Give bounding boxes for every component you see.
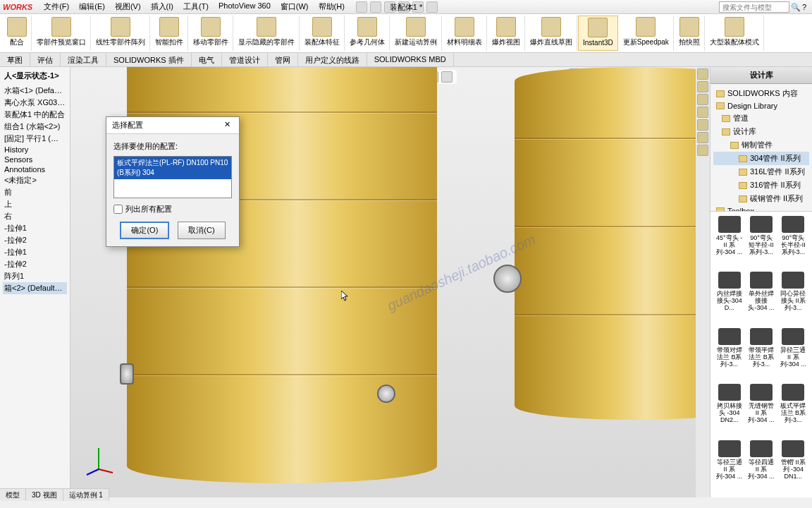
flange-3[interactable] bbox=[493, 265, 522, 293]
part-item[interactable]: 带颈对焊法兰 B系列-3... bbox=[715, 328, 744, 381]
tree-item[interactable]: 右 bbox=[3, 210, 67, 222]
tab-mbd[interactable]: SOLIDWORKS MBD bbox=[367, 53, 454, 66]
ribbon-assembly-feature[interactable]: 装配体特征 bbox=[300, 16, 345, 51]
ribbon-explode-line[interactable]: 爆炸直线草图 bbox=[526, 16, 577, 51]
flange-1[interactable] bbox=[377, 385, 395, 403]
tab-user-routes[interactable]: 用户定义的线路 bbox=[298, 53, 367, 66]
tree-item[interactable]: 前 bbox=[3, 186, 67, 198]
tab-pipe-network[interactable]: 管网 bbox=[268, 53, 298, 66]
part-item[interactable]: 管帽 II系列 -304 DN1... bbox=[779, 440, 808, 493]
tree-item[interactable]: Annotations bbox=[3, 164, 67, 174]
tree-item[interactable]: History bbox=[3, 145, 67, 155]
tab-electrical[interactable]: 电气 bbox=[192, 53, 222, 66]
dialog-titlebar[interactable]: 选择配置 ✕ bbox=[106, 117, 239, 134]
part-item[interactable]: 45°弯头 -II 系列-304 ... bbox=[715, 216, 744, 269]
home-icon[interactable] bbox=[697, 68, 708, 80]
file-explorer-icon[interactable] bbox=[697, 94, 708, 105]
ribbon-motion[interactable]: 新建运动算例 bbox=[390, 16, 442, 51]
menu-file[interactable]: 文件(F) bbox=[39, 0, 73, 13]
menu-help[interactable]: 帮助(H) bbox=[314, 0, 349, 13]
ribbon-pattern[interactable]: 线性零部件阵列 bbox=[92, 16, 150, 51]
tree-item[interactable]: 离心水泵 XG035B01Z (兴龙65 bbox=[3, 97, 67, 109]
qat-open-icon[interactable] bbox=[370, 1, 381, 13]
part-item[interactable]: 拷贝林接头 -304 DN2... bbox=[715, 384, 744, 437]
part-item[interactable]: 板式平焊法兰 B系列-3... bbox=[779, 384, 808, 437]
tab-render[interactable]: 渲染工具 bbox=[61, 53, 106, 66]
tab-addins[interactable]: SOLIDWORKS 插件 bbox=[106, 53, 192, 66]
ribbon-reference[interactable]: 参考几何体 bbox=[345, 16, 390, 51]
menu-insert[interactable]: 插入(I) bbox=[147, 0, 178, 13]
config-listbox[interactable]: 板式平焊法兰(PL-RF) DN100 PN10 (B系列) 304 bbox=[113, 156, 232, 198]
part-item[interactable]: 带颈平焊法兰 B系列-3... bbox=[746, 328, 775, 381]
ribbon-show-hidden[interactable]: 显示隐藏的零部件 bbox=[234, 16, 300, 51]
ribbon-snapshot[interactable]: 拍快照 bbox=[675, 16, 705, 51]
tree-item[interactable]: Sensors bbox=[3, 155, 67, 164]
ribbon-speedpak[interactable]: 更新Speedpak bbox=[619, 16, 674, 51]
lib-tree-item[interactable]: Toolbox bbox=[713, 205, 809, 211]
lib-tree-item[interactable]: 钢制管件 bbox=[713, 138, 809, 152]
btab-motion[interactable]: 运动算例 1 bbox=[63, 489, 109, 501]
lib-tree-item[interactable]: 设计库 bbox=[713, 125, 809, 138]
part-item[interactable]: 异径三通 II 系列-304 ... bbox=[779, 328, 808, 381]
tree-item[interactable]: 水箱<1> (Default<<Default bbox=[3, 85, 67, 97]
lib-tree-item[interactable]: Design Library bbox=[713, 100, 809, 111]
ribbon-mate[interactable]: 配合 bbox=[3, 16, 32, 51]
tree-item[interactable]: 装配体1 中的配合 bbox=[3, 109, 67, 121]
lib-tree-item[interactable]: 316L管件 II系列 bbox=[713, 165, 809, 179]
part-item[interactable]: 等径四通 II 系列-304 ... bbox=[746, 440, 775, 493]
qat-new-icon[interactable] bbox=[356, 1, 367, 13]
tree-item[interactable]: <未指定> bbox=[3, 174, 67, 186]
btab-model[interactable]: 模型 bbox=[0, 489, 26, 501]
part-item[interactable]: 内丝焊接接头-304 D... bbox=[715, 272, 744, 325]
lib-tree-item[interactable]: 碳钢管件 II系列 bbox=[713, 192, 809, 205]
help-icon[interactable]: ? bbox=[802, 3, 806, 11]
tree-header[interactable]: 人<显示状态-1> bbox=[3, 70, 67, 82]
part-item[interactable]: 无缝钢管 II 系列-304 ... bbox=[746, 384, 775, 437]
qat-options-icon[interactable] bbox=[426, 1, 438, 13]
lib-tree-item-selected[interactable]: 304管件 II系列 bbox=[713, 152, 809, 165]
view-settings-icon[interactable] bbox=[441, 71, 453, 83]
tab-evaluate[interactable]: 评估 bbox=[30, 53, 61, 66]
menu-tools[interactable]: 工具(T) bbox=[179, 0, 213, 13]
close-icon[interactable]: ✕ bbox=[221, 120, 233, 131]
tree-item[interactable]: 阵列1 bbox=[3, 270, 67, 282]
menu-view[interactable]: 视图(V) bbox=[111, 0, 145, 13]
part-item[interactable]: 90°弯头 短半径-II系列-3... bbox=[746, 216, 775, 269]
config-item-selected[interactable]: 板式平焊法兰(PL-RF) DN100 PN10 (B系列) 304 bbox=[114, 157, 231, 179]
menu-edit[interactable]: 编辑(E) bbox=[75, 0, 109, 13]
ribbon-large-assembly[interactable]: 大型装配体模式 bbox=[706, 16, 764, 51]
tree-item[interactable]: 上 bbox=[3, 198, 67, 210]
menu-photoview[interactable]: PhotoView 360 bbox=[214, 0, 275, 13]
list-all-checkbox[interactable] bbox=[113, 205, 123, 214]
tank-model-2[interactable] bbox=[515, 67, 710, 420]
btab-3dview[interactable]: 3D 视图 bbox=[26, 489, 63, 501]
ribbon-fastener[interactable]: 智能扣件 bbox=[151, 16, 188, 51]
lib-tree-item[interactable]: 管道 bbox=[713, 111, 809, 125]
flange-2[interactable] bbox=[120, 363, 134, 385]
tree-item[interactable]: [固定] 平行1 (右视基准面) bbox=[3, 133, 67, 145]
tree-item[interactable]: -拉伸2 bbox=[3, 258, 67, 270]
cancel-button[interactable]: 取消(C) bbox=[178, 222, 225, 239]
tree-item-selected[interactable]: 箱<2> (Default<<Default>_ bbox=[3, 282, 67, 294]
lib-tree-item[interactable]: SOLIDWORKS 内容 bbox=[713, 87, 809, 100]
part-item[interactable]: 同心异径接头 II系列-3... bbox=[779, 272, 808, 325]
custom-props-icon[interactable] bbox=[697, 132, 708, 143]
menu-window[interactable]: 窗口(W) bbox=[276, 0, 313, 13]
triad-icon[interactable] bbox=[81, 441, 116, 476]
ribbon-preview[interactable]: 零部件预览窗口 bbox=[32, 16, 91, 51]
ok-button[interactable]: 确定(O) bbox=[120, 222, 169, 239]
tab-sketch[interactable]: 草图 bbox=[0, 53, 30, 66]
search-input[interactable] bbox=[719, 1, 789, 13]
ribbon-explode[interactable]: 爆炸视图 bbox=[488, 16, 525, 51]
ribbon-instant3d[interactable]: Instant3D bbox=[578, 16, 618, 51]
ribbon-bom[interactable]: 材料明细表 bbox=[443, 16, 487, 51]
forum-icon[interactable] bbox=[697, 145, 708, 156]
tree-item[interactable]: -拉伸2 bbox=[3, 234, 67, 246]
view-palette-icon[interactable] bbox=[697, 107, 708, 118]
design-lib-icon[interactable] bbox=[697, 81, 708, 92]
lib-tree-item[interactable]: 316管件 II系列 bbox=[713, 179, 809, 192]
appearances-icon[interactable] bbox=[697, 119, 708, 131]
part-item[interactable]: 90°弯头 长半径-II系列-3... bbox=[779, 216, 808, 269]
part-item[interactable]: 等径三通 II 系列-304 ... bbox=[715, 440, 744, 493]
tree-item[interactable]: 组合1 (水箱<2>) bbox=[3, 121, 67, 133]
